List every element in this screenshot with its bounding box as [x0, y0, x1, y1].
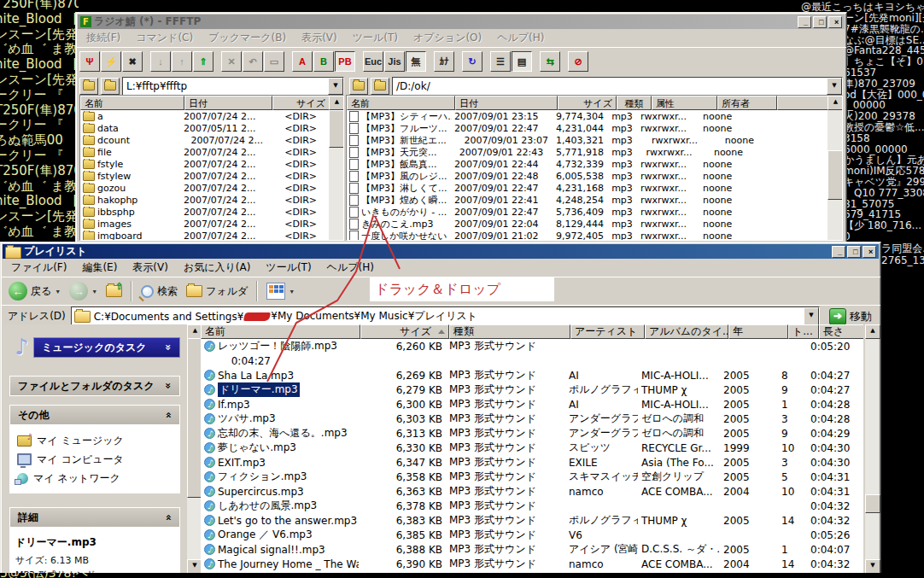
table-row[interactable]: ♪Supercircus.mp3 6,363 KB MP3 形式サウンド nam…: [201, 484, 863, 499]
undo-icon[interactable]: ↶: [243, 51, 263, 72]
connect-icon[interactable]: Ψ: [79, 51, 100, 72]
table-row[interactable]: 【MP3】天元突... 2007/09/01 22:43 5,771,918 m…: [347, 146, 373, 158]
scrollbar-thumb[interactable]: [865, 494, 880, 513]
explorer-title-bar[interactable]: プレイリスト _ □ ×: [3, 244, 879, 259]
menu-item[interactable]: ツール(T): [258, 259, 319, 277]
menu-item[interactable]: ヘルプ(H): [489, 29, 552, 47]
table-row[interactable]: gozou 2007/07/24 2... <DIR>: [80, 182, 329, 194]
section-header[interactable]: ミュージックのタスク »: [33, 337, 180, 358]
column-header[interactable]: ト...: [788, 324, 819, 339]
table-row[interactable]: ♪レッツゴー！陰陽師.mp3 6,260 KB MP3 形式サウンド 0:05:…: [201, 339, 352, 353]
table-row[interactable]: 一度しか咲かせない 2007/09/01 21:02 9,972,405 mp3…: [347, 230, 828, 240]
table-row[interactable]: きみのこえ.mp3 2007/09/01 22:04 8,129,444 mp3…: [347, 218, 828, 230]
table-row[interactable]: ♪EXIT.mp3 6,347 KB MP3 形式サウンド EXILE Asia…: [201, 455, 863, 470]
local-up-dir-button[interactable]: [79, 78, 98, 95]
table-row[interactable]: hakophp 2007/07/24 2... <DIR>: [80, 194, 329, 206]
menu-item[interactable]: ツール(T): [345, 29, 406, 47]
column-header[interactable]: アーティスト: [570, 324, 645, 339]
menu-item[interactable]: 表示(V): [125, 259, 176, 277]
table-row[interactable]: 【MP3】フルーツ... 2007/09/01 22:47 4,231,044 …: [347, 122, 441, 134]
go-button[interactable]: ➔ 移動: [824, 307, 877, 326]
chevron-down-icon[interactable]: ▼: [328, 78, 343, 95]
menu-item[interactable]: お気に入り(A): [176, 259, 258, 277]
table-row[interactable]: imgboard 2007/07/24 2... <DIR>: [80, 230, 329, 240]
scroll-down-icon[interactable]: ▼: [865, 559, 880, 574]
folders-button[interactable]: フォルダ: [182, 283, 252, 301]
column-header[interactable]: 所有者: [717, 96, 777, 110]
ffftp-title-bar[interactable]: F ラジオ鯖 (*) - FFFTP _ □ ×: [78, 15, 845, 29]
sidebar-item-my-computer[interactable]: マイ コンピュータ: [14, 450, 176, 469]
up-dir-icon[interactable]: ⇑: [193, 51, 213, 72]
minimize-button[interactable]: _: [798, 16, 811, 28]
column-header[interactable]: 種類: [617, 96, 652, 110]
table-row[interactable]: いきものがかり - ... 2007/09/01 22:47 5,736,409…: [347, 206, 828, 218]
column-header[interactable]: サイズ: [272, 96, 330, 110]
table-row[interactable]: ♪夢じゃない.mp3 6,330 KB MP3 形式サウンド スピッツ RECY…: [201, 441, 278, 455]
chevron-up-icon[interactable]: »: [162, 412, 174, 418]
table-row[interactable]: ibbsphp 2007/07/24 2... <DIR>: [80, 206, 329, 218]
table-row[interactable]: 【MP3】飯島真... 2007/09/01 22:44 4,732,339 m…: [347, 158, 404, 170]
column-header[interactable]: 長さ: [819, 324, 863, 339]
sidebar-item-my-music[interactable]: マイ ミュージック: [14, 431, 176, 450]
column-header[interactable]: サイズ: [558, 96, 617, 110]
table-row[interactable]: ♪Orange ／ V6.mp3 6,385 KB MP3 形式サウンド V6 …: [201, 528, 863, 542]
menu-item[interactable]: 表示(V): [294, 29, 345, 47]
scroll-up-icon[interactable]: ▲: [828, 96, 843, 110]
table-row[interactable]: data 2007/05/11 2... <DIR>: [80, 122, 160, 134]
section-header[interactable]: 詳細 »: [9, 507, 180, 528]
chevron-up-icon[interactable]: »: [162, 514, 174, 521]
table-row[interactable]: fstylew 2007/07/24 2... <DIR>: [80, 170, 329, 182]
section-header[interactable]: ファイルとフォルダのタスク »: [9, 376, 180, 396]
chevron-down-icon[interactable]: »: [162, 382, 174, 389]
close-button[interactable]: ×: [863, 246, 876, 258]
ascii-mode-icon[interactable]: A: [292, 51, 313, 72]
table-row[interactable]: ♪Sha La La.mp3 6,269 KB MP3 形式サウンド AI MI…: [201, 368, 313, 382]
table-row[interactable]: ♪ドリーマー.mp3 6,279 KB MP3 形式サウンド ポルノグラフィティ…: [201, 382, 266, 397]
kana-convert-icon[interactable]: ｶﾅ: [434, 51, 454, 72]
minimize-button[interactable]: _: [832, 246, 845, 258]
table-row[interactable]: ♪Let's go to the answer.mp3 6,383 KB MP3…: [201, 513, 863, 528]
chevron-down-icon[interactable]: ▼: [827, 78, 842, 95]
sidebar-scrollbar[interactable]: ▲ ▼: [187, 324, 201, 574]
table-row[interactable]: 【MP3】煌めく瞬... 2007/09/01 22:41 4,248,254 …: [347, 194, 828, 206]
column-header[interactable]: 日付: [455, 96, 558, 110]
table-row[interactable]: ♪ツバサ.mp3 6,303 KB MP3 形式サウンド アンダーグラフ ゼロへ…: [201, 412, 252, 426]
scrollbar-thumb[interactable]: [828, 150, 843, 200]
remote-change-dir-button[interactable]: [371, 78, 389, 95]
table-row[interactable]: a 2007/07/24 2... <DIR>: [80, 110, 176, 122]
up-button[interactable]: ⇧: [102, 283, 126, 299]
column-header[interactable]: 名前: [201, 324, 360, 339]
column-header[interactable]: 日付: [184, 96, 272, 110]
chevron-down-icon[interactable]: »: [162, 344, 174, 351]
local-scrollbar[interactable]: ▲: [329, 96, 343, 240]
jis-code-icon[interactable]: Jis: [384, 51, 405, 72]
column-header[interactable]: 年: [728, 324, 788, 339]
table-row[interactable]: dcount 2007/07/24 2... <DIR>: [80, 134, 129, 146]
auto-mode-icon[interactable]: PB: [335, 51, 355, 72]
mirror-upload-icon[interactable]: ⇆: [540, 51, 560, 72]
table-row[interactable]: 【MP3】風のレジ... 2007/09/01 22:48 6,005,538 …: [347, 170, 398, 182]
views-button[interactable]: ▼: [262, 281, 299, 301]
table-row[interactable]: file 2007/07/24 2... <DIR>: [80, 146, 329, 158]
table-row[interactable]: ♪The Journey Home _ The Wa... 6,390 KB M…: [201, 557, 863, 571]
local-path-combo[interactable]: L:¥fftp¥ffftp ▼: [122, 77, 344, 96]
remote-scrollbar[interactable]: ▲: [828, 96, 842, 240]
table-row[interactable]: 【MP3】新世紀エ... 2007/09/01 23:07 1,403,321 …: [347, 134, 397, 146]
search-button[interactable]: 検索: [137, 283, 182, 301]
menu-item[interactable]: ブックマーク(B): [201, 29, 294, 47]
section-header[interactable]: その他 »: [9, 405, 180, 425]
menu-item[interactable]: 接続(F): [79, 29, 128, 47]
delete-icon[interactable]: ✕: [221, 51, 242, 72]
chevron-down-icon[interactable]: ▼: [804, 307, 819, 325]
table-row[interactable]: images 2007/07/24 2... <DIR>: [80, 218, 329, 230]
maximize-button[interactable]: □: [813, 16, 827, 28]
table-row[interactable]: fstyle 2007/07/24 2... <DIR>: [80, 158, 329, 170]
sidebar-item-my-network[interactable]: マイ ネットワーク: [14, 469, 176, 488]
menu-item[interactable]: 編集(E): [74, 259, 125, 277]
mkdir-icon[interactable]: ▭: [264, 51, 284, 72]
scroll-up-icon[interactable]: ▲: [865, 324, 880, 339]
table-row[interactable]: ♪忘却の末、海へ還る。.mp3 6,313 KB MP3 形式サウンド アンダー…: [201, 426, 223, 441]
chevron-down-icon[interactable]: ▼: [289, 289, 295, 295]
abort-icon[interactable]: ⊘: [568, 51, 588, 72]
table-row[interactable]: ♪フィクション.mp3 6,358 KB MP3 形式サウンド スキマスイッチ …: [201, 470, 863, 484]
